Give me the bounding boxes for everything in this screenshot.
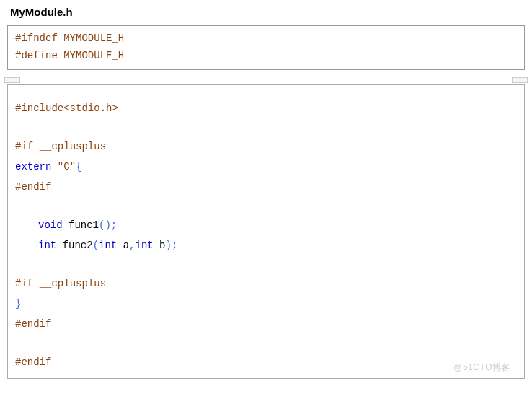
return-type: void [38,219,63,231]
code-line: int func2(int a,int b); [15,235,517,255]
func-name: func2 [63,240,93,251]
macro-name: MYMODULE_H [63,32,124,44]
preproc-endif: #endif [15,356,51,368]
code-line: #endif [15,352,517,372]
code-line: extern "C"{ [15,157,517,177]
extern-keyword: extern [15,161,51,172]
code-line: } [15,294,517,314]
divider-row [4,77,528,83]
code-line: #endif [15,177,517,197]
func-name: func1 [68,219,99,231]
code-line: #define MYMODULE_H [15,48,517,65]
blank-line [15,197,517,215]
space [117,240,123,251]
blank-line [15,118,517,136]
divider-handle-left [4,77,20,83]
code-line: #ifndef MYMODULE_H [15,30,517,48]
preproc-directive: #include [15,102,63,114]
watermark: @51CTO博客 [453,362,510,374]
divider-handle-right [512,77,528,83]
code-line: #if __cplusplus [15,136,517,157]
code-block-guard: #ifndef MYMODULE_H #define MYMODULE_H [7,25,525,70]
open-paren: ( [93,240,99,251]
param-type: int [99,240,117,251]
preproc-directive: #if [15,141,33,152]
preproc-directive: #define [15,50,58,61]
blank-line [15,334,517,352]
code-block-body: #include<stdio.h> #if __cplusplus extern… [7,84,525,380]
preproc-cond: __cplusplus [40,141,106,152]
preproc-endif: #endif [15,318,51,330]
param-name: a [123,240,129,251]
code-line: void func1(); [15,215,517,235]
preproc-cond: __cplusplus [40,278,106,289]
blank-line [15,255,517,273]
preproc-directive: #if [15,278,33,289]
macro-name: MYMODULE_H [63,50,124,61]
code-line: #endif [15,314,517,334]
extern-lang: "C" [58,161,76,172]
open-brace: { [76,161,81,172]
include-header: <stdio.h> [63,102,118,114]
preproc-directive: #ifndef [15,32,58,44]
close-paren: ) [105,219,110,231]
param-name: b [159,240,165,251]
preproc-endif: #endif [15,181,51,193]
code-line: #include<stdio.h> [15,98,517,118]
close-brace: } [15,298,21,310]
semicolon: ; [111,219,117,231]
return-type: int [38,240,56,251]
space [154,240,159,251]
semicolon: ; [172,240,177,251]
param-type: int [135,240,153,251]
close-paren: ) [166,240,172,251]
file-title: MyModule.h [7,6,525,18]
code-line: #if __cplusplus [15,273,517,294]
